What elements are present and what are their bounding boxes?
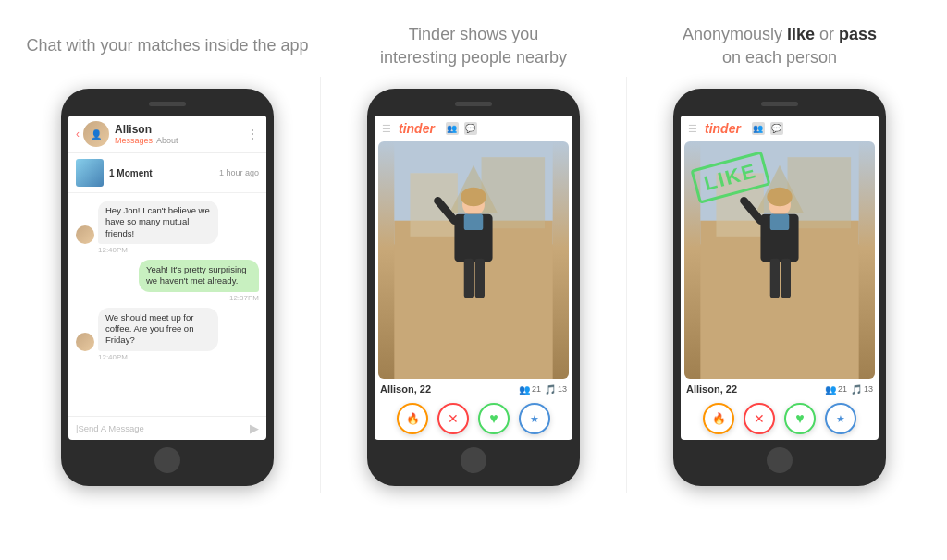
superlike-button[interactable]: ★	[519, 403, 550, 434]
phone-speaker	[149, 102, 186, 106]
msg-time-1: 12:40PM	[76, 246, 259, 254]
people-icon-like[interactable]: 👥	[752, 122, 765, 135]
friends-stat: 👥 21	[519, 384, 541, 395]
pass-button[interactable]: ✕	[437, 403, 469, 434]
moment-row[interactable]: 1 Moment 1 hour ago	[68, 153, 266, 193]
like-button[interactable]: ♥	[478, 403, 510, 434]
friends-count: 21	[532, 384, 541, 394]
chat-screen-container: ‹ 👤 Allison Messages About ⋮	[68, 116, 266, 440]
svg-rect-8	[464, 214, 484, 230]
like-button-like[interactable]: ♥	[784, 403, 816, 434]
avatar-placeholder: 👤	[83, 121, 109, 147]
svg-point-18	[767, 188, 792, 207]
message-row-1: Hey Jon! I can't believe we have so many…	[76, 201, 259, 254]
browse-title-line1: Tinder shows you	[409, 25, 538, 43]
menu-dots-icon[interactable]: ⋮	[246, 127, 259, 141]
msg-avatar-3	[76, 333, 94, 351]
msg-sent-2: Yeah! It's pretty surprising we haven't …	[76, 260, 259, 292]
message-row-3: We should meet up for coffee. Are you fr…	[76, 308, 259, 361]
profile-name-like: Allison	[686, 383, 720, 395]
friends-icon: 👥	[519, 384, 530, 395]
friends-icon-like: 👥	[825, 384, 836, 395]
chat-header: ‹ 👤 Allison Messages About ⋮	[68, 116, 266, 153]
phone-chat: ‹ 👤 Allison Messages About ⋮	[61, 89, 274, 486]
tab-about[interactable]: About	[156, 136, 178, 145]
phone-speaker-3	[761, 102, 798, 106]
girl-svg	[378, 141, 569, 379]
phone-like: ☰ tinder 👥 💬	[673, 89, 886, 486]
moment-time: 1 hour ago	[219, 168, 259, 177]
msg-bubble-1: Hey Jon! I can't believe we have so many…	[98, 201, 218, 244]
home-button-2[interactable]	[461, 447, 486, 473]
interests-icon-like: 🎵	[851, 384, 862, 395]
msg-received-1: Hey Jon! I can't believe we have so many…	[76, 201, 259, 244]
back-icon[interactable]: ‹	[76, 128, 80, 140]
svg-rect-20	[770, 214, 790, 230]
profile-name-browse: Allison	[380, 383, 414, 395]
tinder-header-like: ☰ tinder 👥 💬	[681, 116, 879, 141]
browse-screen-container: ☰ tinder 👥 💬	[375, 116, 572, 440]
moment-label: 1 Moment	[109, 168, 214, 178]
superlike-button-like[interactable]: ★	[825, 403, 856, 434]
message-row-2: Yeah! It's pretty surprising we haven't …	[76, 260, 259, 302]
profile-photo-browse	[378, 141, 569, 379]
friends-stat-like: 👥 21	[825, 384, 847, 395]
profile-info-browse: Allison, 22 👥 21 🎵 13	[375, 379, 572, 399]
svg-rect-2	[410, 173, 457, 237]
msg-bubble-3: We should meet up for coffee. Are you fr…	[98, 308, 218, 351]
chat-icon-like[interactable]: 💬	[770, 122, 783, 135]
pass-button-like[interactable]: ✕	[744, 403, 775, 434]
contact-avatar: 👤	[83, 121, 109, 147]
profile-info-like: Allison, 22 👥 21 🎵 13	[681, 379, 879, 399]
svg-rect-9	[464, 259, 474, 298]
msg-received-3: We should meet up for coffee. Are you fr…	[76, 308, 259, 351]
tinder-header-icons-like: 👥 💬	[752, 122, 783, 135]
like-screen: ☰ tinder 👥 💬	[681, 116, 879, 440]
boost-button[interactable]: 🔥	[397, 403, 428, 434]
interests-stat-like: 🎵 13	[851, 384, 873, 395]
boost-button-like[interactable]: 🔥	[703, 403, 734, 434]
hamburger-icon[interactable]: ☰	[382, 123, 391, 135]
panel-chat-title: Chat with your matches inside the app	[26, 18, 308, 74]
chat-title-line1: Chat with your matches	[26, 34, 200, 57]
like-screen-container: ☰ tinder 👥 💬	[681, 116, 879, 440]
profile-age-browse: 22	[420, 383, 431, 395]
tab-messages[interactable]: Messages	[115, 136, 153, 145]
home-button[interactable]	[154, 447, 180, 473]
home-button-3[interactable]	[767, 447, 793, 473]
svg-rect-10	[475, 259, 485, 298]
interests-count: 13	[558, 384, 567, 394]
like-title-pass: pass	[839, 25, 877, 43]
contact-info: Allison Messages About	[115, 123, 246, 145]
tinder-logo-like: tinder	[705, 121, 741, 136]
phone-browse: ☰ tinder 👥 💬	[367, 89, 580, 486]
tinder-logo: tinder	[399, 121, 435, 136]
msg-bubble-2: Yeah! It's pretty surprising we haven't …	[139, 260, 259, 292]
action-buttons-like: 🔥 ✕ ♥ ★	[681, 399, 879, 440]
profile-card-like[interactable]: LIKE	[684, 141, 875, 379]
send-icon[interactable]: ▶	[250, 421, 259, 435]
svg-point-6	[461, 188, 486, 207]
profile-stats-browse: 👥 21 🎵 13	[519, 384, 567, 395]
like-title-like: like	[787, 25, 815, 43]
panel-browse-title: Tinder shows you interesting people near…	[380, 18, 567, 74]
profile-card-browse[interactable]	[378, 141, 569, 379]
hamburger-icon-like[interactable]: ☰	[688, 123, 697, 135]
moment-thumbnail	[76, 159, 104, 187]
interests-count-like: 13	[864, 384, 873, 394]
panel-chat: Chat with your matches inside the app ‹ …	[15, 18, 320, 486]
tinder-header-icons: 👥 💬	[446, 122, 477, 135]
msg-avatar-1	[76, 225, 94, 244]
like-title-line2: on each person	[722, 48, 837, 67]
interests-icon: 🎵	[545, 384, 556, 395]
profile-name-age-like: Allison, 22	[686, 383, 737, 395]
profile-stats-like: 👥 21 🎵 13	[825, 384, 873, 395]
chat-input-placeholder[interactable]: |Send A Message	[76, 423, 244, 433]
msg-time-3: 12:40PM	[76, 353, 259, 361]
chat-icon[interactable]: 💬	[464, 122, 477, 135]
panel-like-title: Anonymously like or pass on each person	[683, 18, 877, 74]
people-icon[interactable]: 👥	[446, 122, 459, 135]
phone-speaker-2	[455, 102, 492, 106]
chat-title-line2: inside the app	[205, 34, 309, 57]
profile-age-like: 22	[726, 383, 737, 395]
